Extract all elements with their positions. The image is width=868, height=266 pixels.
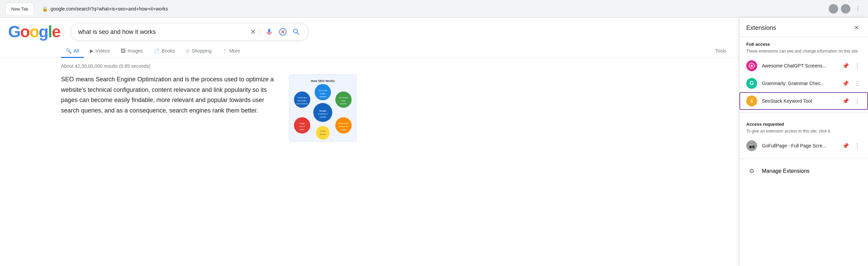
tab-all[interactable]: 🔍 All	[61, 45, 84, 58]
search-icons: ✕	[250, 27, 301, 37]
search-divider	[260, 28, 260, 36]
svg-text:Your domain: Your domain	[339, 97, 348, 99]
seostack-ext-actions: 📌 ⋮	[841, 97, 861, 106]
grammarly-ext-actions: 📌 ⋮	[841, 79, 861, 88]
gear-icon: ⚙	[746, 166, 757, 177]
svg-text:You create: You create	[318, 89, 327, 91]
logo-o2: o	[29, 23, 39, 41]
gofullpage-more-icon[interactable]: ⋮	[853, 141, 861, 150]
result-content: SEO means Search Engine Optimization and…	[61, 74, 731, 142]
tab-more-label: More	[229, 48, 240, 54]
more-menu-icon[interactable]: ⋮	[853, 4, 863, 14]
tab-all-label: All	[74, 48, 79, 54]
svg-text:authority: authority	[340, 103, 347, 105]
search-results: About 42,30,00,000 results (0.85 seconds…	[0, 58, 739, 142]
extension-item-seostack[interactable]: S SeoStack Keyword Tool 📌 ⋮	[739, 92, 868, 110]
logo-g2: g	[39, 23, 48, 41]
svg-text:surfaces it: surfaces it	[318, 113, 328, 115]
svg-text:targeted: targeted	[319, 96, 326, 98]
search-clear-icon[interactable]: ✕	[250, 28, 256, 36]
tab-videos-label: Videos	[96, 48, 110, 54]
svg-text:Google: Google	[319, 110, 326, 112]
svg-text:quality,: quality,	[320, 93, 326, 95]
search-query-text: what is seo and how it works	[78, 28, 246, 36]
tab-books-label: Books	[162, 48, 175, 54]
extension-item-chatgpt[interactable]: Awesome ChatGPT Screens... 📌 ⋮	[739, 57, 868, 75]
section-divider	[739, 112, 868, 113]
extension-item-gofullpage[interactable]: 📷 GoFullPage - Full Page Scre... 📌 ⋮	[739, 137, 868, 155]
chatgpt-ext-icon	[746, 60, 757, 71]
chatgpt-ext-name: Awesome ChatGPT Screens...	[762, 63, 836, 68]
close-icon: ✕	[854, 24, 859, 32]
search-bar[interactable]: what is seo and how it works ✕	[71, 23, 308, 41]
address-bar[interactable]: 🔒 google.com/search?q=what+is+seo+and+ho…	[38, 3, 241, 15]
svg-point-7	[315, 84, 331, 100]
results-count: About 42,30,00,000 results (0.85 seconds…	[61, 63, 731, 69]
seostack-ext-name: SeoStack Keyword Tool	[762, 98, 836, 104]
tab-images-label: Images	[127, 48, 143, 54]
access-requested-desc: To give an extension access to this site…	[739, 128, 868, 137]
tab-tools[interactable]: Tools	[710, 45, 731, 58]
more-dots-icon: ⋮	[222, 48, 227, 54]
manage-extensions-label: Manage Extensions	[762, 168, 810, 174]
tab-shopping[interactable]: ◇ Shopping	[181, 45, 216, 58]
microphone-icon[interactable]	[264, 27, 274, 37]
svg-text:more backlinks: more backlinks	[296, 103, 308, 105]
chatgpt-pin-icon[interactable]: 📌	[841, 61, 850, 70]
gofullpage-pin-icon[interactable]: 📌	[841, 141, 850, 150]
svg-text:earns: earns	[341, 100, 346, 102]
access-requested-label: Access requested	[739, 117, 868, 128]
grammarly-pin-icon[interactable]: 📌	[841, 79, 850, 88]
logo-e: e	[52, 23, 60, 41]
chatgpt-more-icon[interactable]: ⋮	[853, 61, 861, 70]
logo-g: G	[8, 23, 20, 41]
svg-text:More people: More people	[339, 122, 348, 124]
svg-text:ranks it: ranks it	[299, 125, 305, 127]
logo-o1: o	[20, 23, 29, 41]
full-access-desc: These extensions can see and change info…	[739, 48, 868, 57]
gofullpage-ext-name: GoFullPage - Full Page Scre...	[762, 143, 836, 148]
tab-books[interactable]: 📄 Books	[149, 45, 180, 58]
images-icon: 🖼	[121, 48, 125, 54]
search-submit-icon[interactable]	[292, 27, 301, 37]
google-content: Google what is seo and how it works ✕	[0, 18, 739, 266]
svg-text:higher: higher	[300, 128, 304, 130]
extension-item-grammarly[interactable]: G Grammarly: Grammar Chec... 📌 ⋮	[739, 75, 868, 92]
svg-point-19	[316, 126, 330, 140]
all-icon: 🔍	[66, 48, 72, 54]
address-text: google.com/search?q=what+is+seo+and+how+…	[51, 6, 237, 12]
tab-videos[interactable]: ▶ Videos	[85, 45, 115, 58]
gofullpage-ext-icon: 📷	[746, 140, 757, 151]
new-tab[interactable]: New Tab	[5, 3, 34, 15]
svg-text:Content gets: Content gets	[297, 97, 307, 99]
svg-point-3	[313, 103, 332, 122]
extensions-panel: Extensions ✕ Full access These extension…	[739, 18, 868, 266]
svg-text:discover: discover	[319, 133, 326, 135]
grammarly-more-icon[interactable]: ⋮	[853, 79, 861, 88]
tab-more[interactable]: ⋮ More	[218, 45, 245, 58]
grammarly-ext-name: Grammarly: Grammar Chec...	[762, 81, 836, 86]
panel-close-button[interactable]: ✕	[852, 23, 861, 33]
main-page: Google what is seo and how it works ✕	[0, 18, 868, 266]
svg-text:discover and: discover and	[338, 125, 348, 127]
tab-images[interactable]: 🖼 Images	[116, 45, 148, 58]
svg-text:engage: engage	[340, 128, 346, 130]
secure-icon: 🔒	[42, 6, 48, 12]
tools-label: Tools	[715, 48, 726, 54]
bottom-divider	[739, 159, 868, 159]
google-lens-icon[interactable]	[278, 27, 288, 37]
search-bar-wrapper: what is seo and how it works ✕	[71, 23, 308, 41]
gofullpage-ext-actions: 📌 ⋮	[841, 141, 861, 150]
manage-extensions-item[interactable]: ⚙ Manage Extensions	[739, 162, 868, 181]
seostack-more-icon[interactable]: ⋮	[853, 97, 861, 106]
profile-avatar-2[interactable]	[841, 4, 850, 14]
toolbar-right: ⋮	[829, 4, 863, 14]
seo-diagram-svg: How SEO Works Google surfaces it results…	[290, 75, 356, 141]
google-header: Google what is seo and how it works ✕	[0, 18, 739, 41]
seostack-pin-icon[interactable]: 📌	[841, 97, 850, 106]
panel-header: Extensions ✕	[739, 18, 868, 37]
diagram-thumbnail[interactable]: How SEO Works Google surfaces it results…	[289, 74, 357, 142]
profile-avatar[interactable]	[829, 4, 838, 14]
chatgpt-ext-actions: 📌 ⋮	[841, 61, 861, 70]
svg-point-31	[751, 65, 753, 67]
